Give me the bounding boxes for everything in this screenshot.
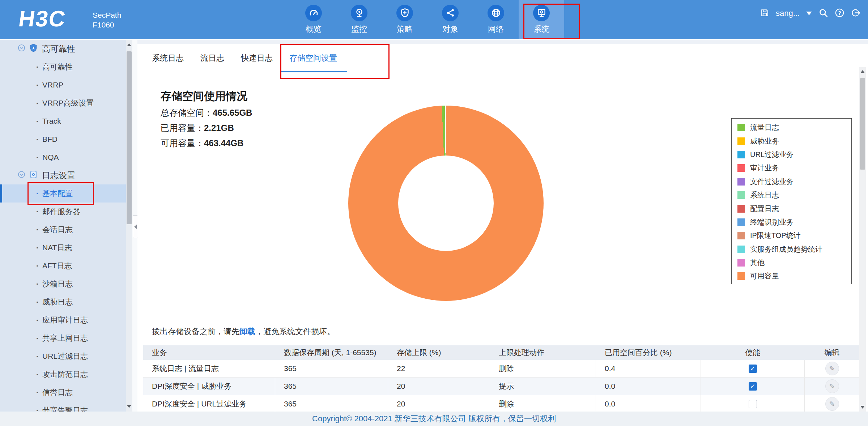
sidebar-item-label: NQA bbox=[42, 153, 59, 162]
free-capacity-value: 463.44GB bbox=[204, 138, 243, 148]
sidebar-item-reputation-log[interactable]: 信誉日志 bbox=[0, 383, 126, 401]
enable-checkbox[interactable] bbox=[749, 400, 757, 408]
sidebar-item-label: 带宽告警日志 bbox=[42, 405, 88, 412]
col-header-period: 数据保存周期 (天, 1-65535) bbox=[275, 348, 388, 358]
sidebar-item-shared-internet-log[interactable]: 共享上网日志 bbox=[0, 329, 126, 347]
legend-item[interactable]: 系统日志 bbox=[737, 188, 851, 202]
legend-item[interactable]: 配置日志 bbox=[737, 202, 851, 215]
legend-item[interactable]: 流量日志 bbox=[737, 121, 851, 134]
sidebar-item-threat-log[interactable]: 威胁日志 bbox=[0, 293, 126, 311]
product-line: SecPath bbox=[93, 10, 121, 20]
legend-item[interactable]: 审计业务 bbox=[737, 161, 851, 175]
col-header-used-pct: 已用空间百分比 (%) bbox=[596, 348, 701, 358]
gauge-icon bbox=[305, 5, 322, 21]
nav-item-overview[interactable]: 概览 bbox=[291, 0, 336, 39]
unmount-notice: 拔出存储设备之前，请先卸载，避免系统文件损坏。 bbox=[152, 326, 335, 337]
scroll-up-arrow[interactable] bbox=[127, 43, 131, 46]
legend-swatch bbox=[737, 137, 745, 145]
globe-icon bbox=[488, 5, 504, 21]
collapse-circle-icon[interactable] bbox=[17, 170, 26, 181]
current-user[interactable]: sang... bbox=[776, 9, 800, 18]
log-document-icon bbox=[29, 170, 38, 181]
legend-item[interactable]: 实服务组成员趋势统计 bbox=[737, 243, 851, 256]
logout-icon[interactable] bbox=[851, 8, 861, 19]
sidebar-item-high-availability[interactable]: 高可靠性 bbox=[0, 58, 126, 76]
collapse-circle-icon[interactable] bbox=[17, 44, 26, 54]
sidebar-item-bfd[interactable]: BFD bbox=[0, 130, 126, 148]
used-capacity-line: 已用容量：2.21GB bbox=[161, 122, 234, 134]
sidebar-item-sandbox-log[interactable]: 沙箱日志 bbox=[0, 275, 126, 293]
sidebar-group-high-availability[interactable]: ★ 高可靠性 bbox=[0, 40, 126, 58]
sidebar: ★ 高可靠性 高可靠性 VRRP VRRP高级设置 Track BFD NQA … bbox=[0, 40, 126, 412]
sidebar-item-nqa[interactable]: NQA bbox=[0, 148, 126, 166]
legend-item[interactable]: 终端识别业务 bbox=[737, 216, 851, 229]
sidebar-item-label: 攻击防范日志 bbox=[42, 369, 88, 379]
sidebar-item-app-audit-log[interactable]: 应用审计日志 bbox=[0, 311, 126, 329]
cell-service: DPI深度安全 | 威胁业务 bbox=[143, 378, 275, 395]
legend-item[interactable]: IP限速TOP统计 bbox=[737, 229, 851, 242]
unmount-link[interactable]: 卸载 bbox=[239, 327, 255, 336]
nav-item-monitor[interactable]: 监控 bbox=[336, 0, 382, 39]
scroll-down-arrow[interactable] bbox=[127, 405, 131, 408]
legend-item[interactable]: 文件过滤业务 bbox=[737, 175, 851, 188]
sidebar-scrollbar[interactable] bbox=[126, 40, 132, 412]
sidebar-item-mail-server[interactable]: 邮件服务器 bbox=[0, 203, 126, 221]
main-scrollbar-thumb[interactable] bbox=[860, 78, 865, 170]
edit-button[interactable]: ✎ bbox=[825, 362, 839, 375]
sidebar-item-nat-log[interactable]: NAT日志 bbox=[0, 239, 126, 257]
tab-storage-settings[interactable]: 存储空间设置 bbox=[289, 44, 337, 72]
sidebar-item-attack-defense-log[interactable]: 攻击防范日志 bbox=[0, 365, 126, 383]
share-icon bbox=[442, 5, 459, 21]
tab-flow-log[interactable]: 流日志 bbox=[200, 44, 224, 72]
nav-item-system[interactable]: 系统 bbox=[519, 0, 564, 39]
chart-legend: 流量日志 威胁业务 URL过滤业务 审计业务 文件过滤业务 系统日志 配置日志 … bbox=[731, 118, 852, 284]
edit-button[interactable]: ✎ bbox=[825, 379, 839, 393]
nav-item-policy[interactable]: 策略 bbox=[382, 0, 427, 39]
table-row: DPI深度安全 | URL过滤业务 365 20 删除 0.0 ✎ bbox=[143, 395, 859, 413]
header-right-tools: sang... ? bbox=[760, 5, 861, 22]
chevron-down-icon[interactable] bbox=[806, 12, 812, 15]
total-storage-value: 465.65GB bbox=[213, 108, 252, 118]
svg-text:★: ★ bbox=[31, 46, 35, 50]
save-icon[interactable] bbox=[760, 8, 769, 19]
enable-checkbox[interactable] bbox=[749, 365, 757, 373]
col-header-action: 上限处理动作 bbox=[490, 348, 596, 358]
legend-item[interactable]: 其他 bbox=[737, 256, 851, 269]
sidebar-item-bandwidth-alarm-log[interactable]: 带宽告警日志 bbox=[0, 401, 126, 412]
tab-system-log[interactable]: 系统日志 bbox=[152, 44, 184, 72]
search-icon[interactable] bbox=[818, 8, 828, 19]
main-top-gap bbox=[137, 40, 868, 44]
legend-item[interactable]: 可用容量 bbox=[737, 269, 851, 283]
legend-label: 终端识别业务 bbox=[750, 217, 793, 227]
legend-item[interactable]: URL过滤业务 bbox=[737, 148, 851, 161]
legend-swatch bbox=[737, 259, 745, 267]
sidebar-group-log-settings[interactable]: 日志设置 bbox=[0, 166, 126, 184]
sidebar-item-aft-log[interactable]: AFT日志 bbox=[0, 257, 126, 275]
sidebar-scrollbar-thumb[interactable] bbox=[127, 51, 132, 224]
help-icon[interactable]: ? bbox=[835, 8, 844, 19]
sidebar-item-vrrp-advanced[interactable]: VRRP高级设置 bbox=[0, 94, 126, 112]
legend-item[interactable]: 威胁业务 bbox=[737, 134, 851, 148]
sidebar-item-track[interactable]: Track bbox=[0, 112, 126, 130]
sidebar-item-session-log[interactable]: 会话日志 bbox=[0, 221, 126, 239]
scroll-down-arrow[interactable] bbox=[860, 406, 865, 409]
scroll-up-arrow[interactable] bbox=[860, 70, 865, 73]
legend-swatch bbox=[737, 205, 745, 213]
col-header-service: 业务 bbox=[143, 348, 275, 358]
sidebar-item-url-filter-log[interactable]: URL过滤日志 bbox=[0, 347, 126, 365]
sidebar-item-label: AFT日志 bbox=[42, 261, 72, 271]
donut-hole bbox=[398, 156, 494, 251]
nav-item-objects[interactable]: 对象 bbox=[427, 0, 473, 39]
main-scrollbar[interactable] bbox=[859, 67, 866, 412]
free-capacity-line: 可用容量：463.44GB bbox=[161, 137, 243, 149]
col-header-limit: 存储上限 (%) bbox=[388, 348, 490, 358]
pencil-icon: ✎ bbox=[829, 400, 835, 408]
enable-checkbox[interactable] bbox=[749, 382, 757, 391]
sidebar-item-vrrp[interactable]: VRRP bbox=[0, 76, 126, 94]
legend-swatch bbox=[737, 164, 745, 172]
tab-fast-log[interactable]: 快速日志 bbox=[241, 44, 273, 72]
sidebar-item-basic-config[interactable]: 基本配置 bbox=[0, 184, 126, 203]
edit-button[interactable]: ✎ bbox=[825, 397, 839, 411]
sidebar-collapse-handle[interactable] bbox=[133, 215, 138, 238]
nav-item-network[interactable]: 网络 bbox=[473, 0, 519, 39]
